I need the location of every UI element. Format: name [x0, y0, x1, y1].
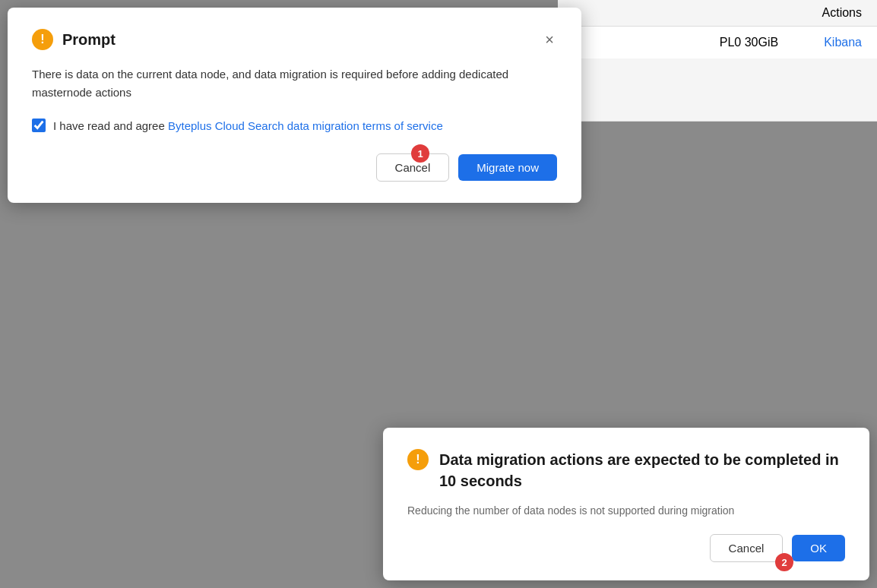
migration-warning-icon: !: [407, 449, 429, 470]
migration-footer: 2 Cancel OK: [407, 534, 845, 562]
migration-title: Data migration actions are expected to b…: [439, 449, 845, 492]
modal-footer: 1 Cancel Migrate now: [32, 153, 557, 182]
modal-title-group: ! Prompt: [32, 29, 116, 50]
warning-icon: !: [32, 29, 53, 50]
migration-modal: ! Data migration actions are expected to…: [383, 428, 869, 580]
agreement-checkbox[interactable]: [32, 119, 46, 132]
background-table: ? Actions PL0 30GiB Kibana: [558, 0, 877, 122]
modal-title: Prompt: [62, 31, 116, 49]
checkbox-label: I have read and agree Byteplus Cloud Sea…: [53, 117, 443, 135]
step-badge-1: 1: [411, 144, 429, 163]
agreement-row: I have read and agree Byteplus Cloud Sea…: [32, 117, 557, 135]
kibana-link[interactable]: Kibana: [824, 36, 862, 49]
table-header: ? Actions: [558, 0, 877, 27]
migration-header: ! Data migration actions are expected to…: [407, 449, 845, 492]
ok-button[interactable]: OK: [792, 535, 845, 561]
step-badge-2: 2: [775, 553, 793, 571]
modal-header: ! Prompt ×: [32, 29, 557, 50]
table-row: PL0 30GiB Kibana: [558, 27, 877, 58]
prompt-modal: ! Prompt × There is data on the current …: [8, 8, 581, 203]
close-button[interactable]: ×: [542, 29, 557, 50]
migration-cancel-button[interactable]: Cancel: [710, 534, 784, 562]
migrate-now-button[interactable]: Migrate now: [458, 154, 557, 181]
actions-column-header: Actions: [822, 6, 862, 20]
modal-description: There is data on the current data node, …: [32, 65, 557, 102]
storage-value: PL0 30GiB: [720, 36, 778, 49]
migration-subtitle: Reducing the number of data nodes is not…: [407, 502, 845, 519]
modal-body: There is data on the current data node, …: [32, 65, 557, 135]
terms-link[interactable]: Byteplus Cloud Search data migration ter…: [168, 119, 443, 132]
